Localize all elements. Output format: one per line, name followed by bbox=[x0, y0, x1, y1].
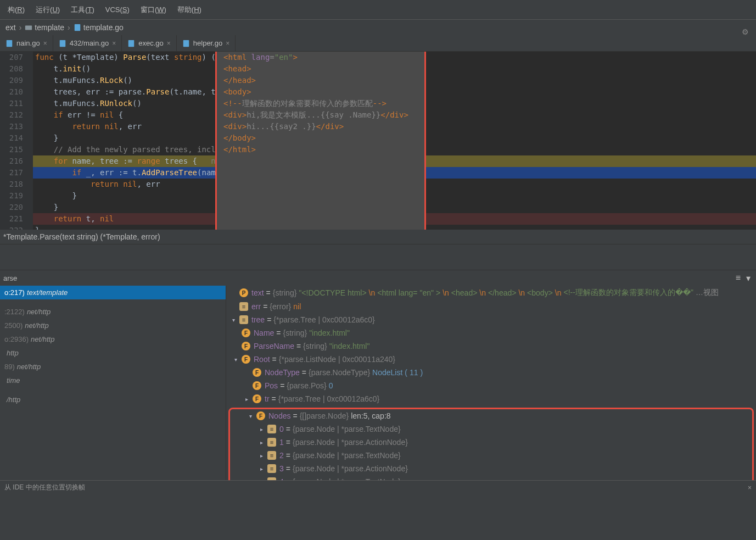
line-number[interactable]: 213 bbox=[0, 121, 23, 132]
var-node-item[interactable]: ▸ ≡ 0 = {parse.Node | *parse.TextNode} bbox=[230, 422, 752, 436]
close-icon[interactable]: × bbox=[748, 484, 752, 492]
popup-line: <!--理解函数的对象需要和传入的参数匹配--> bbox=[223, 98, 418, 109]
crumb-root[interactable]: ext bbox=[3, 23, 18, 32]
line-number[interactable]: 215 bbox=[0, 144, 23, 155]
go-file-icon bbox=[182, 40, 190, 47]
chevron-down-icon[interactable]: ▾ bbox=[232, 357, 239, 363]
line-number[interactable]: 210 bbox=[0, 86, 23, 98]
menu-window[interactable]: 窗口(W) bbox=[135, 2, 172, 18]
var-node-item[interactable]: ▸ ≡ 2 = {parse.Node | *parse.TextNode} bbox=[230, 449, 752, 462]
menu-tools[interactable]: 工具(T) bbox=[65, 2, 100, 18]
svg-rect-5 bbox=[183, 40, 189, 46]
field-badge-icon: F bbox=[256, 411, 265, 420]
var-pos[interactable]: F Pos = {parse.Pos} 0 bbox=[226, 379, 756, 392]
crumb-file[interactable]: template.go bbox=[71, 23, 126, 32]
stack-frame[interactable]: 89) net/http bbox=[0, 360, 226, 374]
chevron-right-icon[interactable]: ▸ bbox=[257, 479, 265, 481]
chevron-right-icon[interactable]: ▸ bbox=[257, 426, 265, 432]
chevron-right-icon[interactable]: ▸ bbox=[257, 439, 265, 446]
gutter[interactable]: 2072082092102112122132142152162172182192… bbox=[0, 52, 33, 230]
stack-frame[interactable]: 2500) net/http bbox=[0, 319, 226, 332]
var-nodes[interactable]: ▾ F Nodes = {[]parse.Node} len:5, cap:8 bbox=[230, 409, 752, 422]
element-badge-icon: ≡ bbox=[267, 477, 276, 480]
chevron-right-icon[interactable]: ▸ bbox=[243, 396, 250, 402]
line-number[interactable]: 219 bbox=[0, 190, 23, 202]
frames-panel[interactable]: o:217) text/template :2122) net/http2500… bbox=[0, 286, 226, 480]
debug-tab-label[interactable]: arse bbox=[3, 274, 17, 282]
line-number[interactable]: 222 bbox=[0, 225, 23, 230]
close-icon[interactable]: × bbox=[226, 40, 229, 47]
menu-vcs[interactable]: VCS(S) bbox=[100, 2, 135, 17]
tab-helper[interactable]: helper.go × bbox=[177, 35, 236, 51]
close-icon[interactable]: × bbox=[112, 40, 116, 47]
chevron-down-icon[interactable]: ▾ bbox=[229, 317, 237, 323]
line-number[interactable]: 221 bbox=[0, 213, 23, 225]
line-number[interactable]: 209 bbox=[0, 75, 23, 86]
popup-line: <body> bbox=[223, 86, 418, 98]
tab-432-main[interactable]: 432/main.go × bbox=[53, 35, 122, 51]
stack-frame[interactable]: o:2936) net/http bbox=[0, 332, 226, 346]
stack-frame[interactable]: /http bbox=[0, 393, 226, 407]
crumb-sep: › bbox=[66, 23, 71, 32]
popup-line: <html lang="en"> bbox=[223, 52, 418, 63]
line-number[interactable]: 211 bbox=[0, 98, 23, 109]
stack-frame[interactable] bbox=[0, 299, 226, 305]
stack-frame[interactable]: http bbox=[0, 346, 226, 360]
line-number[interactable]: 212 bbox=[0, 109, 23, 121]
debug-panels: o:217) text/template :2122) net/http2500… bbox=[0, 286, 756, 480]
debug-tool-header: arse ≡ ▾ bbox=[0, 270, 756, 286]
close-icon[interactable]: × bbox=[167, 40, 171, 47]
popup-line: </html> bbox=[223, 144, 418, 155]
line-number[interactable]: 218 bbox=[0, 179, 23, 190]
code-editor[interactable]: 2072082092102112122132142152162172182192… bbox=[0, 52, 756, 230]
var-node-item[interactable]: ▸ ≡ 3 = {parse.Node | *parse.ActionNode} bbox=[230, 462, 752, 475]
separator-bar bbox=[0, 244, 756, 270]
stack-frame[interactable]: time bbox=[0, 374, 226, 387]
var-root[interactable]: ▾ F Root = {*parse.ListNode | 0xc00011a2… bbox=[226, 353, 756, 366]
line-number[interactable]: 207 bbox=[0, 52, 23, 63]
var-nodetype[interactable]: F NodeType = {parse.NodeType} NodeList (… bbox=[226, 366, 756, 379]
menu-run[interactable]: 运行(U) bbox=[30, 2, 65, 18]
var-tr[interactable]: ▸ F tr = {*parse.Tree | 0xc00012a6c0} bbox=[226, 392, 756, 405]
chevron-right-icon[interactable]: ▸ bbox=[257, 453, 265, 459]
var-err[interactable]: ≡ err = {error} nil bbox=[226, 300, 756, 313]
line-number[interactable]: 214 bbox=[0, 132, 23, 144]
var-parsename[interactable]: F ParseName = {string} "index.html" bbox=[226, 339, 756, 353]
var-tree[interactable]: ▾ ≡ tree = {*parse.Tree | 0xc00012a6c0} bbox=[226, 313, 756, 326]
field-badge-icon: ≡ bbox=[239, 315, 248, 324]
chevron-down-icon[interactable]: ▾ bbox=[746, 273, 751, 283]
close-icon[interactable]: × bbox=[43, 40, 47, 47]
popup-line: <div>hi,我是文本模版...{{say .Name}}</div> bbox=[223, 109, 418, 121]
line-number[interactable]: 220 bbox=[0, 202, 23, 213]
variables-panel[interactable]: P text = {string} "<!DOCTYPE html>\n<htm… bbox=[226, 286, 756, 480]
stack-frame[interactable]: o:217) text/template bbox=[0, 286, 226, 299]
chevron-down-icon[interactable]: ▾ bbox=[247, 413, 254, 419]
popup-line: <div>hi...{{say2 .}}</div> bbox=[223, 121, 418, 132]
tab-main[interactable]: nain.go × bbox=[0, 35, 53, 51]
go-file-icon bbox=[59, 40, 66, 47]
svg-rect-0 bbox=[25, 26, 32, 30]
var-node-item[interactable]: ▸ ≡ 1 = {parse.Node | *parse.ActionNode} bbox=[230, 436, 752, 449]
stack-frame[interactable] bbox=[0, 387, 226, 393]
line-number[interactable]: 217 bbox=[0, 167, 23, 179]
menu-refactor[interactable]: 构(R) bbox=[2, 2, 30, 18]
var-node-item[interactable]: ▸ ≡ 4 = {parse.Node | *parse.TextNode} bbox=[230, 475, 752, 480]
chevron-right-icon[interactable]: ▸ bbox=[257, 466, 265, 472]
gear-icon[interactable]: ⚙ bbox=[742, 27, 753, 38]
menu-help[interactable]: 帮助(H) bbox=[172, 2, 207, 18]
var-name-field[interactable]: F Name = {string} "index.html" bbox=[226, 326, 756, 339]
go-file-icon bbox=[5, 40, 13, 47]
folder-icon bbox=[25, 24, 32, 31]
line-number[interactable]: 216 bbox=[0, 155, 23, 167]
element-badge-icon: ≡ bbox=[267, 425, 276, 433]
var-text[interactable]: P text = {string} "<!DOCTYPE html>\n<htm… bbox=[226, 286, 756, 300]
popup-line: <head> bbox=[223, 63, 418, 75]
status-bar: 从 IDE 中的任意位置切换帧 × bbox=[0, 480, 756, 494]
crumb-folder[interactable]: template bbox=[23, 23, 66, 32]
filter-icon[interactable]: ≡ bbox=[736, 273, 741, 283]
svg-rect-1 bbox=[74, 24, 80, 31]
stack-frame[interactable]: :2122) net/http bbox=[0, 305, 226, 319]
line-number[interactable]: 208 bbox=[0, 63, 23, 75]
popup-line: </body> bbox=[223, 132, 418, 144]
tab-exec[interactable]: exec.go × bbox=[122, 35, 177, 51]
